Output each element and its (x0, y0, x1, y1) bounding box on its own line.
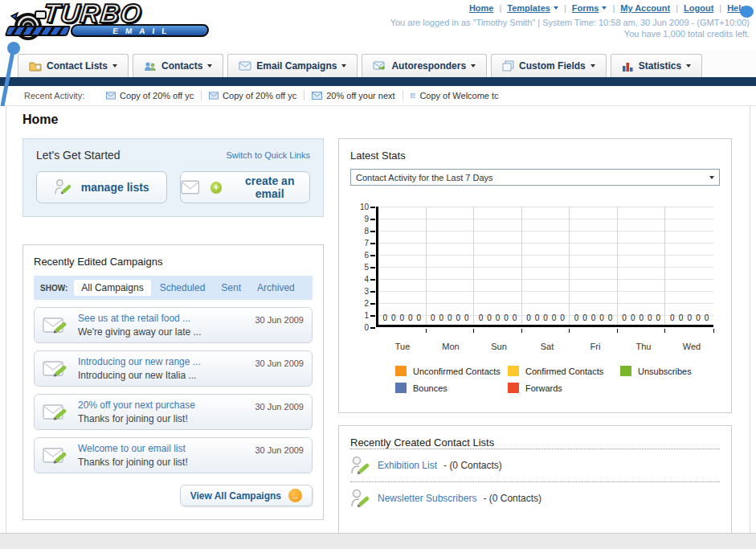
latest-stats-panel: Latest Stats Contact Activity for the La… (338, 138, 732, 413)
top-nav: Home| Templates| Forms| My Account| Logo… (469, 3, 746, 13)
bar-value-label: 0 (574, 313, 579, 322)
campaign-link[interactable]: Introducing our new range ... (78, 356, 255, 368)
recent-activity-bar: Recent Activity: Copy of 20% off yc Copy… (0, 86, 756, 106)
bar-value-label: 0 (447, 313, 452, 322)
contact-list-link[interactable]: Exhibition List (378, 460, 437, 471)
switch-quick-links[interactable]: Switch to Quick Links (226, 150, 310, 160)
tab-contact-lists[interactable]: Contact Lists (18, 54, 129, 77)
person-edit-icon (54, 178, 73, 197)
nav-link-logout[interactable]: Logout (684, 3, 713, 13)
nav-link-my-account[interactable]: My Account (620, 3, 670, 13)
bar-value-label: 0 (599, 313, 604, 322)
bar-value-label: 0 (464, 313, 469, 322)
bar-value-label: 0 (496, 313, 501, 322)
bar-value-label: 0 (656, 313, 660, 322)
nav-link-templates[interactable]: Templates (507, 3, 550, 13)
contact-list-item[interactable]: Newsletter Subscribers - (0 Contacts) (350, 481, 720, 514)
recent-activity-item[interactable]: Copy of 20% off yc (99, 91, 202, 100)
legend-item: Confirmed Contacts (508, 366, 620, 376)
plus-icon: + (210, 182, 223, 194)
contact-list-count: - (0 Contacts) (483, 493, 541, 504)
tab-autoresponders[interactable]: Autoresponders (362, 54, 487, 77)
get-started-panel: Let's Get Started Switch to Quick Links … (22, 138, 324, 217)
legend-swatch (395, 366, 407, 376)
contacts-icon (144, 61, 157, 72)
bar-value-label: 0 (552, 313, 557, 322)
caret-down-icon (471, 64, 476, 68)
bar-value-label: 0 (400, 313, 405, 322)
bar-value-label: 0 (439, 313, 444, 322)
logo-email-bar: EMAIL (70, 24, 210, 37)
bar-value-label: 0 (543, 313, 548, 322)
bar-value-label: 0 (670, 313, 675, 322)
campaign-link[interactable]: 20% off your next purchase (78, 399, 255, 412)
bar-value-label: 0 (487, 313, 492, 322)
arrow-right-icon: → (288, 489, 302, 502)
x-axis-label: Thu (619, 342, 668, 351)
campaigns-panel: Recently Edited Campaigns SHOW: All Camp… (22, 244, 324, 520)
bar-value-label: 0 (582, 313, 587, 322)
recent-activity-item[interactable]: Copy of 20% off yc (202, 91, 304, 100)
bar-value-label: 0 (608, 313, 613, 322)
bar-value-label: 0 (687, 313, 692, 322)
stats-period-select[interactable]: Contact Activity for the Last 7 Days (350, 169, 720, 186)
nav-link-home[interactable]: Home (469, 3, 494, 13)
legend-swatch (508, 383, 519, 393)
filter-archived[interactable]: Archived (250, 280, 302, 296)
campaign-link[interactable]: Welcome to our email list (78, 443, 255, 455)
legend-label: Unsubscribes (638, 367, 692, 376)
filter-all-campaigns[interactable]: All Campaigns (74, 280, 150, 296)
legend-item: Unconfirmed Contacts (395, 366, 508, 376)
contact-list-item[interactable]: Exhibition List - (0 Contacts) (350, 449, 720, 481)
caret-down-icon (341, 64, 346, 68)
y-axis-tick: 9 (364, 215, 369, 223)
tab-contacts[interactable]: Contacts (133, 54, 223, 77)
bar-value-label: 0 (382, 313, 387, 322)
campaign-link[interactable]: See us at the retail food ... (78, 313, 255, 325)
campaign-row[interactable]: Introducing our new range ... Introducin… (34, 350, 313, 387)
logo-stripes (5, 26, 72, 36)
campaign-row[interactable]: Welcome to our email list Thanks for joi… (34, 437, 313, 473)
main-nav: Contact Lists Contacts Email Campaigns A… (0, 50, 756, 77)
tab-statistics[interactable]: Statistics (611, 54, 702, 77)
bar-value-label: 0 (622, 313, 627, 322)
envelope-icon (239, 61, 251, 71)
contact-list-link[interactable]: Newsletter Subscribers (378, 493, 476, 504)
caret-down-icon (590, 64, 595, 68)
bar-chart-icon (622, 61, 634, 72)
x-axis-label: Wed (668, 342, 716, 351)
tab-custom-fields[interactable]: Custom Fields (491, 54, 607, 77)
filter-sent[interactable]: Sent (214, 280, 248, 296)
contact-list-count: - (0 Contacts) (443, 460, 502, 471)
recent-activity-item[interactable]: Copy of Welcome tc (403, 91, 506, 100)
bar-value-label: 0 (391, 313, 396, 322)
filter-scheduled[interactable]: Scheduled (153, 280, 213, 296)
manage-lists-button[interactable]: manage lists (36, 171, 167, 203)
create-email-button[interactable]: + create an email (180, 171, 311, 203)
bar-value-label: 0 (456, 313, 461, 322)
chart-x-axis: TueMonSunSatFriThuWed (378, 342, 720, 351)
bar-value-label: 0 (526, 313, 531, 322)
bar-value-label: 0 (705, 313, 709, 322)
person-edit-icon (350, 454, 371, 477)
nav-link-forms[interactable]: Forms (572, 3, 599, 13)
app-logo: TURBO EMAIL (6, 2, 223, 48)
campaign-row[interactable]: See us at the retail food ... We're givi… (34, 307, 313, 343)
recent-activity-item[interactable]: 20% off your next (304, 91, 403, 100)
campaigns-filter-bar: SHOW: All Campaigns Scheduled Sent Archi… (34, 276, 313, 300)
bar-value-label: 0 (591, 313, 596, 322)
help-bubble-icon[interactable] (740, 6, 754, 18)
campaign-row[interactable]: 20% off your next purchase Thanks for jo… (34, 394, 313, 430)
contact-lists-panel: Recently Created Contact Lists Exhibitio… (338, 425, 732, 549)
bar-value-label: 0 (631, 313, 635, 322)
tab-email-campaigns[interactable]: Email Campaigns (227, 54, 358, 77)
x-axis-label: Sun (475, 342, 523, 351)
campaign-date: 30 Jun 2009 (255, 445, 304, 455)
bar-value-label: 0 (431, 313, 435, 322)
caret-down-icon (112, 64, 117, 68)
y-axis-tick: 3 (364, 288, 369, 296)
legend-swatch (508, 366, 519, 376)
view-all-campaigns-button[interactable]: View All Campaigns → (180, 485, 313, 506)
legend-label: Bounces (413, 383, 447, 393)
x-axis-label: Mon (427, 342, 475, 351)
